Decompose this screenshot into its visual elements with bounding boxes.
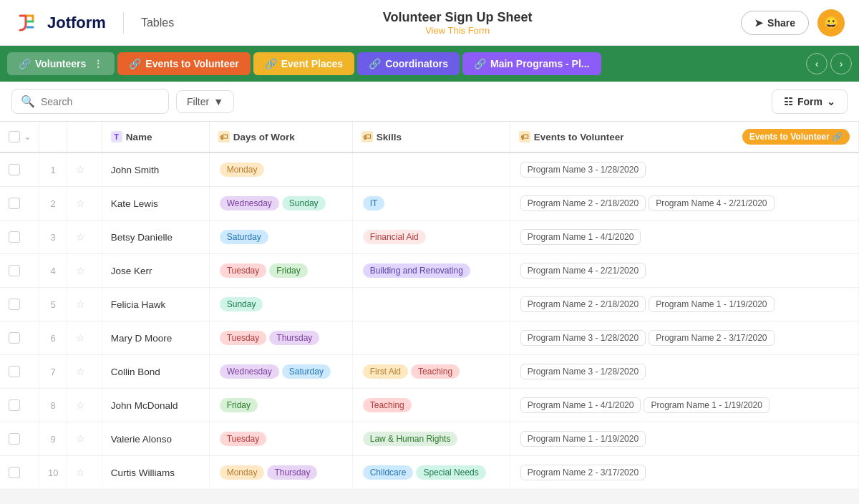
row-star-cell: ☆ <box>67 422 102 456</box>
day-tag: Friday <box>220 398 258 412</box>
events-badge: Events to Volunteer 🔗 <box>742 129 850 145</box>
avatar[interactable]: 😀 <box>817 9 845 37</box>
row-star-cell: ☆ <box>67 220 102 254</box>
tab-coordinators[interactable]: 🔗 Coordinators <box>357 52 460 75</box>
tab-programs[interactable]: 🔗 Main Programs - Pl... <box>462 52 601 75</box>
tab-next-button[interactable]: › <box>830 53 852 74</box>
row-days: Saturday <box>209 220 352 254</box>
tab-volunteers[interactable]: 🔗 Volunteers ⋮ <box>7 52 115 75</box>
row-checkbox[interactable] <box>9 198 20 209</box>
select-all-checkbox[interactable] <box>9 131 20 142</box>
row-skills: IT <box>352 187 510 220</box>
select-chevron-icon[interactable]: ⌄ <box>24 133 30 141</box>
row-name: John McDonald <box>102 389 209 422</box>
day-tag: Monday <box>220 163 265 177</box>
star-icon[interactable]: ☆ <box>76 198 85 209</box>
day-tag: Thursday <box>269 331 319 345</box>
row-events: Program Name 2 - 3/17/2020 <box>510 456 858 490</box>
row-star-cell: ☆ <box>67 152 102 187</box>
row-number: 10 <box>39 456 67 490</box>
star-icon[interactable]: ☆ <box>76 433 85 445</box>
link-icon-events: 🔗 <box>129 58 141 69</box>
day-tag: Tuesday <box>220 432 267 446</box>
row-events: Program Name 1 - 4/1/2020 <box>510 220 858 254</box>
row-checkbox-cell <box>0 254 39 288</box>
row-checkbox[interactable] <box>9 467 20 478</box>
th-checkbox: ⌄ <box>0 122 39 152</box>
star-icon[interactable]: ☆ <box>76 332 85 344</box>
header-divider <box>123 12 124 34</box>
row-checkbox[interactable] <box>9 366 20 377</box>
row-checkbox[interactable] <box>9 299 20 310</box>
row-name: Kate Lewis <box>102 187 209 220</box>
star-icon[interactable]: ☆ <box>76 467 85 478</box>
row-checkbox[interactable] <box>9 231 20 243</box>
row-events: Program Name 2 - 2/18/2020Program Name 4… <box>510 187 858 220</box>
view-form-link[interactable]: View This Form <box>174 25 741 36</box>
row-skills: ChildcareSpecial Needs <box>352 456 510 490</box>
star-icon[interactable]: ☆ <box>76 164 85 175</box>
th-skills-label: Skills <box>377 132 402 142</box>
row-checkbox[interactable] <box>9 433 20 445</box>
tab-prev-button[interactable]: ‹ <box>806 53 828 74</box>
th-events: 🏷 Events to Volunteer Events to Voluntee… <box>510 122 858 152</box>
star-icon[interactable]: ☆ <box>76 265 85 276</box>
row-checkbox[interactable] <box>9 265 20 276</box>
th-days-label: Days of Work <box>233 132 295 142</box>
skill-tag: Law & Human Rights <box>363 432 458 446</box>
day-tag: Saturday <box>220 230 268 244</box>
row-number: 3 <box>39 220 67 254</box>
link-icon-volunteers: 🔗 <box>19 58 31 69</box>
row-events: Program Name 3 - 1/28/2020Program Name 2… <box>510 321 858 355</box>
day-tag: Sunday <box>282 196 326 210</box>
row-number: 7 <box>39 355 67 389</box>
row-number: 2 <box>39 187 67 220</box>
row-days: Friday <box>209 389 352 422</box>
star-icon[interactable]: ☆ <box>76 231 85 243</box>
tab-events[interactable]: 🔗 Events to Volunteer <box>117 52 250 75</box>
row-days: TuesdayThursday <box>209 321 352 355</box>
event-tag: Program Name 3 - 1/28/2020 <box>520 162 646 178</box>
header-right: ➤ Share 😀 <box>741 9 845 37</box>
row-checkbox[interactable] <box>9 332 20 344</box>
row-skills: Law & Human Rights <box>352 422 510 456</box>
row-name: Felicia Hawk <box>102 288 209 321</box>
form-chevron-icon: ⌄ <box>827 96 835 107</box>
row-days: MondayThursday <box>209 456 352 490</box>
filter-label: Filter <box>187 96 209 107</box>
row-number: 9 <box>39 422 67 456</box>
event-tag: Program Name 1 - 1/19/2020 <box>520 431 646 447</box>
row-checkbox-cell <box>0 187 39 220</box>
row-events: Program Name 2 - 2/18/2020Program Name 1… <box>510 288 858 321</box>
row-number: 8 <box>39 389 67 422</box>
search-box[interactable]: 🔍 <box>11 89 169 114</box>
row-checkbox-cell <box>0 288 39 321</box>
star-icon[interactable]: ☆ <box>76 399 85 411</box>
event-tag: Program Name 2 - 3/17/2020 <box>649 330 774 346</box>
row-days: TuesdayFriday <box>209 254 352 288</box>
event-tag: Program Name 1 - 1/19/2020 <box>644 397 769 413</box>
row-days: Monday <box>209 152 352 187</box>
row-checkbox[interactable] <box>9 164 20 175</box>
avatar-icon: 😀 <box>823 15 839 31</box>
star-icon[interactable]: ☆ <box>76 366 85 377</box>
share-button[interactable]: ➤ Share <box>741 11 809 35</box>
filter-button[interactable]: Filter ▼ <box>176 90 234 113</box>
search-input[interactable] <box>41 96 160 107</box>
logo-text: Jotform <box>47 14 106 32</box>
form-button[interactable]: ☷ Form ⌄ <box>772 89 848 114</box>
row-name: Collin Bond <box>102 355 209 389</box>
row-checkbox[interactable] <box>9 399 20 411</box>
row-star-cell: ☆ <box>67 288 102 321</box>
day-tag: Tuesday <box>220 263 267 278</box>
tab-programs-label: Main Programs - Pl... <box>490 58 589 69</box>
event-tag: Program Name 4 - 2/21/2020 <box>520 263 646 278</box>
row-name: Betsy Danielle <box>102 220 209 254</box>
star-icon[interactable]: ☆ <box>76 299 85 310</box>
event-tag: Program Name 4 - 2/21/2020 <box>649 195 774 211</box>
event-tag: Program Name 1 - 1/19/2020 <box>649 296 774 312</box>
link-icon-places: 🔗 <box>265 58 277 69</box>
tab-places[interactable]: 🔗 Event Places <box>253 52 354 75</box>
form-icon: ☷ <box>784 96 793 107</box>
table-row: 3☆Betsy DanielleSaturdayFinancial AidPro… <box>0 220 859 254</box>
